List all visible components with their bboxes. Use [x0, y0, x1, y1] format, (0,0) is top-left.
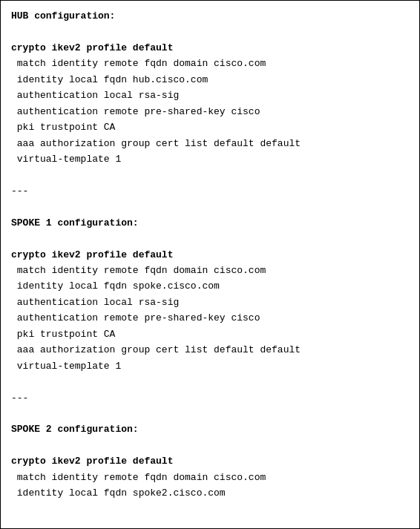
spoke1-line-5: pki trustpoint CA [11, 326, 409, 342]
code-block: HUB configuration: crypto ikev2 profile … [0, 0, 420, 529]
hub-line-6: aaa authorization group cert list defaul… [11, 136, 409, 151]
separator-1: --- [11, 183, 409, 199]
spoke2-line-1: match identity remote fqdn domain cisco.… [11, 470, 409, 485]
hub-line-4: authentication remote pre-shared-key cis… [11, 104, 409, 119]
empty-line-3 [11, 199, 409, 214]
spoke1-line-7: virtual-template 1 [11, 358, 409, 374]
spoke2-config-header: crypto ikev2 profile default [11, 453, 409, 469]
spoke1-line-3: authentication local rsa-sig [11, 295, 409, 310]
hub-line-3: authentication local rsa-sig [11, 88, 409, 103]
spoke1-header: SPOKE 1 configuration: [11, 215, 409, 231]
hub-config-header: crypto ikev2 profile default [11, 40, 409, 56]
spoke2-header: SPOKE 2 configuration: [11, 421, 409, 437]
empty-line-1 [11, 24, 409, 39]
spoke1-config-header: crypto ikev2 profile default [11, 247, 409, 263]
spoke1-line-4: authentication remote pre-shared-key cis… [11, 310, 409, 326]
hub-line-1: match identity remote fqdn domain cisco.… [11, 56, 409, 71]
spoke2-line-2: identity local fqdn spoke2.cisco.com [11, 485, 409, 501]
hub-line-5: pki trustpoint CA [11, 119, 409, 135]
spoke1-line-2: identity local fqdn spoke.cisco.com [11, 278, 409, 294]
empty-line-6 [11, 406, 409, 421]
spoke1-line-1: match identity remote fqdn domain cisco.… [11, 263, 409, 278]
separator-2: --- [11, 390, 409, 406]
hub-line-7: virtual-template 1 [11, 151, 409, 167]
hub-header: HUB configuration: [11, 8, 409, 24]
empty-line-5 [11, 374, 409, 390]
empty-line-4 [11, 231, 409, 246]
spoke1-line-6: aaa authorization group cert list defaul… [11, 342, 409, 358]
empty-line-2 [11, 167, 409, 183]
hub-line-2: identity local fqdn hub.cisco.com [11, 72, 409, 88]
empty-line-7 [11, 438, 409, 453]
